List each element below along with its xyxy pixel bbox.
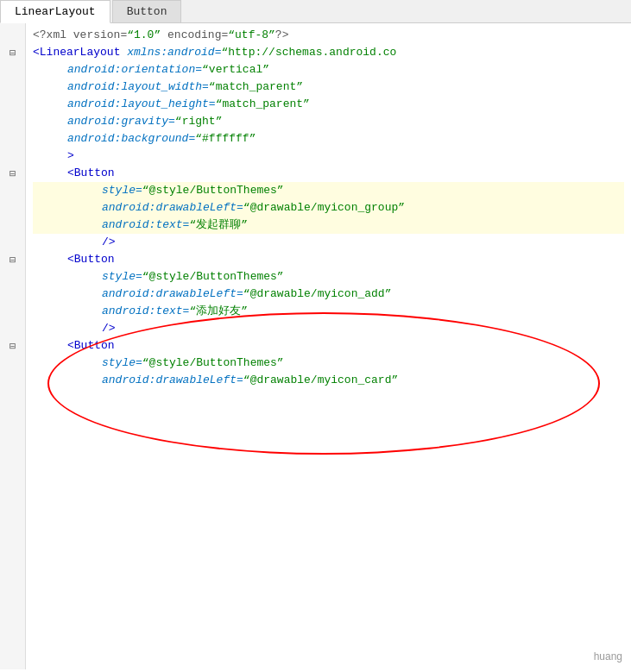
code-line-21: android:drawableLeft=“@drawable/myicon_c… [33, 372, 624, 389]
code-line-15: style=“@style/ButtonThemes” [33, 268, 624, 286]
gutter-fold-9[interactable]: ⊟ [7, 165, 19, 182]
gutter-12 [7, 217, 19, 234]
tab-linearlayout[interactable]: LinearLayout [0, 0, 110, 23]
code-line-14: <Button [33, 251, 624, 268]
code-line-1: <?xml version=“1.0” encoding=“utf-8”?> [33, 27, 624, 44]
gutter-20 [7, 355, 19, 372]
gutter-1 [7, 27, 19, 44]
code-line-4: android:layout_width=“match_parent” [33, 79, 624, 96]
code-line-12: android:text=“发起群聊” [33, 217, 624, 234]
code-line-5: android:layout_height=“match_parent” [33, 96, 624, 113]
watermark: huang [594, 650, 622, 663]
prolog-text: <?xml version=“1.0” encoding=“utf-8”?> [33, 27, 288, 44]
gutter-10 [7, 182, 19, 199]
editor-area: ⊟ ⊟ ⊟ ⊟ <?xml version=“1.0” encoding=“ut… [0, 23, 631, 669]
line-numbers: ⊟ ⊟ ⊟ ⊟ [0, 23, 26, 669]
gutter-5 [7, 96, 19, 113]
gutter-13 [7, 234, 19, 251]
gutter-4 [7, 79, 19, 96]
code-line-9: <Button [33, 165, 624, 182]
gutter-8 [7, 148, 19, 165]
gutter-fold-2[interactable]: ⊟ [7, 44, 19, 61]
code-line-2: <LinearLayout xmlns:android=“http://sche… [33, 44, 624, 61]
code-line-17: android:text=“添加好友” [33, 303, 624, 320]
tab-button[interactable]: Button [112, 0, 182, 22]
gutter-11 [7, 199, 19, 217]
code-line-16: android:drawableLeft=“@drawable/myicon_a… [33, 286, 624, 303]
gutter-15 [7, 268, 19, 286]
code-line-18: /> [33, 320, 624, 337]
code-content: <?xml version=“1.0” encoding=“utf-8”?> <… [26, 23, 631, 669]
gutter-6 [7, 113, 19, 130]
gutter-17 [7, 303, 19, 320]
code-line-13: /> [33, 234, 624, 251]
gutter-18 [7, 320, 19, 337]
gutter-16 [7, 286, 19, 303]
tab-bar: LinearLayout Button [0, 0, 631, 23]
code-line-3: android:orientation=“vertical” [33, 61, 624, 79]
code-line-20: style=“@style/ButtonThemes” [33, 355, 624, 372]
gutter-3 [7, 61, 19, 79]
gutter-7 [7, 130, 19, 148]
code-line-19: <Button [33, 337, 624, 355]
gutter-fold-14[interactable]: ⊟ [7, 251, 19, 268]
gutter-fold-19[interactable]: ⊟ [7, 337, 19, 355]
code-line-6: android:gravity=“right” [33, 113, 624, 130]
code-line-10: style=“@style/ButtonThemes” [33, 182, 624, 199]
code-line-7: android:background=“#ffffff” [33, 130, 624, 148]
gutter-21 [7, 372, 19, 389]
code-line-11: android:drawableLeft=“@drawable/myicon_g… [33, 199, 624, 217]
code-line-8: > [33, 148, 624, 165]
